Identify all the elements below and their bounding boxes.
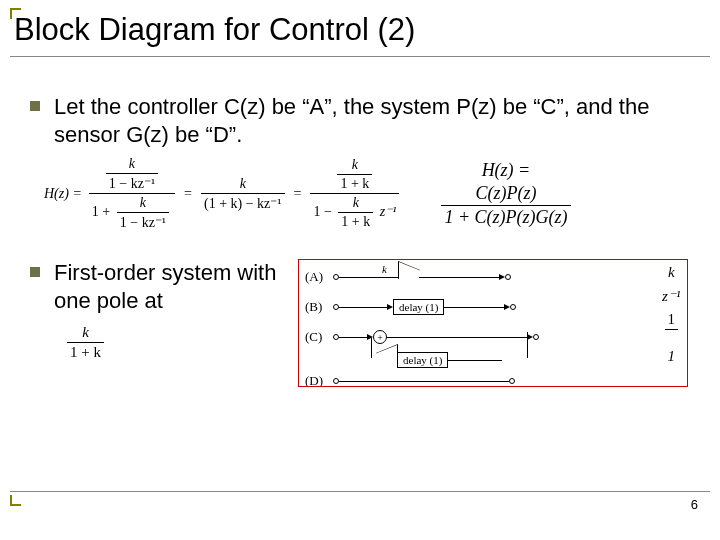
main-equation: H(z) = k1 − kz⁻¹ 1 + k1 − kz⁻¹ = k (1 + … (44, 156, 402, 231)
bullet-1-text: Let the controller C(z) be “A”, the syst… (54, 93, 664, 148)
pole-equation: k 1 + k (64, 324, 290, 361)
diagram-row-C: (C) + (305, 324, 539, 350)
footer-accent (10, 495, 21, 506)
title-bar: Block Diagram for Control (2) (10, 8, 710, 57)
tf-A: k (668, 264, 675, 281)
diagram-row-B: (B) delay (1) (305, 294, 516, 320)
Hz-lhs: H(z) = (44, 186, 82, 202)
bullet-2-text: First-order system with one pole at (54, 259, 290, 314)
page-number: 6 (691, 497, 698, 512)
tf-B: z⁻¹ (662, 287, 680, 305)
equation-row: H(z) = k1 − kz⁻¹ 1 + k1 − kz⁻¹ = k (1 + … (44, 156, 710, 231)
transfer-functions: k z⁻¹ 1 1 (662, 264, 682, 365)
footer-rule (10, 491, 710, 492)
side-equation: H(z) = C(z)P(z) 1 + C(z)P(z)G(z) (438, 160, 573, 228)
title-accent (10, 8, 21, 19)
bullet-1: Let the controller C(z) be “A”, the syst… (30, 93, 710, 148)
diagram-row-A: (A) k (305, 264, 511, 290)
diagram-row-D: (D) (305, 368, 515, 387)
bullet-icon (30, 267, 40, 277)
bullet-2: First-order system with one pole at (30, 259, 290, 314)
bullet-icon (30, 101, 40, 111)
slide-title: Block Diagram for Control (2) (10, 12, 710, 48)
tf-D: 1 (668, 348, 676, 365)
lower-section: First-order system with one pole at k 1 … (30, 259, 710, 387)
block-diagram: (A) k (B) delay (1) (C) + (298, 259, 688, 387)
